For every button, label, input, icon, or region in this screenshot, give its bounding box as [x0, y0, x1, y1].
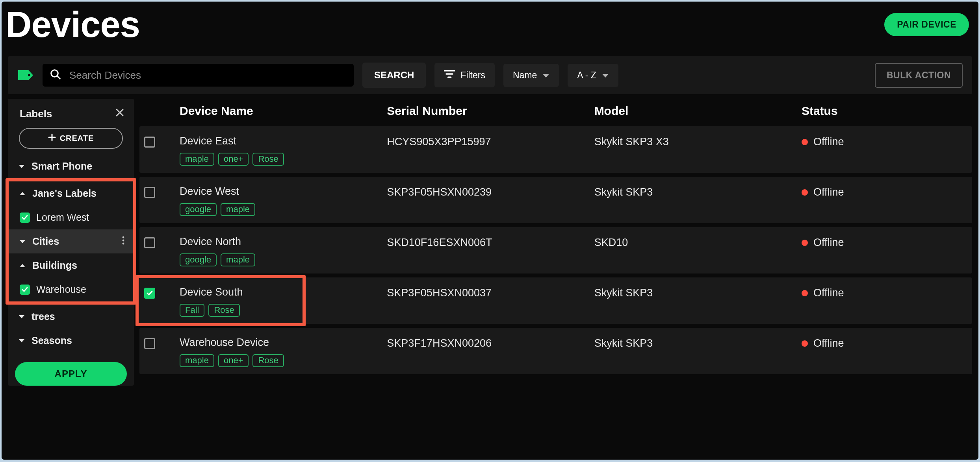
- model: Skykit SKP3 X3: [594, 135, 802, 148]
- chevron-down-icon: [18, 315, 25, 319]
- status-dot-icon: [802, 139, 808, 145]
- label-group-name: Seasons: [32, 335, 72, 346]
- table-header: Device Name Serial Number Model Status: [139, 99, 972, 126]
- model: Skykit SKP3: [594, 336, 802, 349]
- status-text: Offline: [813, 287, 844, 299]
- table-row[interactable]: Device WestgooglemapleSKP3F05HSXN00239Sk…: [139, 177, 972, 223]
- svg-point-8: [122, 243, 124, 245]
- device-tag[interactable]: one+: [218, 153, 249, 166]
- status-dot-icon: [802, 189, 808, 196]
- device-tag[interactable]: Rose: [252, 354, 284, 367]
- label-group-smart-phone[interactable]: Smart Phone: [8, 154, 134, 178]
- status-text: Offline: [813, 237, 844, 249]
- table-body: Device Eastmapleone+RoseHCYS905X3PP15997…: [139, 126, 972, 374]
- checkbox-checked-icon[interactable]: [20, 213, 30, 223]
- status: Offline: [802, 135, 967, 148]
- label-group-name: Jane's Labels: [32, 188, 97, 199]
- serial-number: SKP3F05HSXN00239: [387, 185, 594, 198]
- serial-number: SKP3F17HSXN00206: [387, 336, 594, 349]
- label-group-janes-labels[interactable]: Jane's Labels: [9, 181, 133, 205]
- row-checkbox[interactable]: [144, 187, 155, 198]
- filters-icon: [444, 69, 455, 81]
- label-item-name: Lorem West: [36, 212, 89, 223]
- chevron-up-icon: [19, 192, 26, 196]
- svg-point-0: [28, 74, 30, 76]
- device-tag[interactable]: Rose: [208, 304, 239, 317]
- device-tag[interactable]: one+: [218, 354, 249, 367]
- bulk-action-button[interactable]: BULK ACTION: [875, 63, 963, 88]
- status-text: Offline: [813, 136, 844, 148]
- label-group-name: Smart Phone: [32, 161, 92, 172]
- table-row[interactable]: Warehouse Devicemapleone+RoseSKP3F17HSXN…: [139, 328, 972, 374]
- search-input[interactable]: [69, 69, 347, 82]
- sidebar-header: Labels: [8, 99, 134, 126]
- label-group-name: trees: [32, 311, 55, 322]
- label-group-cities[interactable]: Cities: [9, 229, 133, 253]
- label-item-warehouse[interactable]: Warehouse: [9, 277, 133, 301]
- col-serial-number[interactable]: Serial Number: [387, 104, 594, 118]
- create-label-button[interactable]: CREATE: [19, 128, 123, 149]
- labels-sidebar: Labels CREATE Smart Phone Jan: [8, 99, 134, 386]
- search-button[interactable]: SEARCH: [362, 63, 426, 88]
- kebab-menu-icon[interactable]: [122, 236, 128, 247]
- chevron-down-icon: [542, 70, 549, 81]
- device-tag[interactable]: maple: [221, 203, 255, 216]
- serial-number: SKP3F05HSXN00037: [387, 286, 594, 299]
- filters-label: Filters: [460, 70, 485, 81]
- row-checkbox[interactable]: [144, 338, 155, 349]
- device-tag[interactable]: maple: [180, 354, 214, 367]
- label-group-name: Buildings: [32, 260, 77, 271]
- table-row[interactable]: Device NorthgooglemapleSKD10F16ESXN006TS…: [139, 227, 972, 274]
- device-tag[interactable]: maple: [221, 253, 255, 266]
- status-dot-icon: [802, 240, 808, 246]
- row-checkbox[interactable]: [144, 137, 155, 148]
- svg-point-7: [122, 240, 124, 242]
- row-checkbox[interactable]: [144, 237, 155, 248]
- checkbox-checked-icon[interactable]: [20, 285, 30, 295]
- device-tag[interactable]: google: [180, 203, 217, 216]
- device-tag[interactable]: google: [180, 253, 217, 266]
- label-group-buildings[interactable]: Buildings: [9, 253, 133, 277]
- status: Offline: [802, 185, 967, 198]
- status: Offline: [802, 236, 967, 249]
- status-text: Offline: [813, 337, 844, 349]
- sort-order-dropdown[interactable]: A - Z: [568, 64, 618, 87]
- app-frame: Devices PAIR DEVICE SEARCH Filters: [2, 2, 978, 460]
- search-box[interactable]: [43, 64, 354, 87]
- top-bar: Devices PAIR DEVICE: [2, 2, 978, 48]
- chevron-down-icon: [602, 70, 609, 81]
- model: Skykit SKP3: [594, 286, 802, 299]
- label-group-seasons[interactable]: Seasons: [8, 329, 134, 353]
- pair-device-button[interactable]: PAIR DEVICE: [884, 13, 969, 36]
- device-name: Device South: [180, 286, 387, 298]
- toolbar: SEARCH Filters Name A - Z BULK A: [8, 56, 972, 94]
- close-icon[interactable]: [115, 107, 124, 120]
- col-device-name[interactable]: Device Name: [180, 104, 387, 118]
- status: Offline: [802, 286, 967, 299]
- sort-field-label: Name: [513, 70, 537, 81]
- sidebar-highlight: Jane's Labels Lorem West Cities: [6, 178, 136, 305]
- plus-icon: [48, 133, 56, 143]
- device-tag[interactable]: maple: [180, 153, 214, 166]
- sort-field-dropdown[interactable]: Name: [503, 64, 559, 87]
- col-status[interactable]: Status: [802, 104, 967, 118]
- chevron-down-icon: [19, 240, 26, 244]
- row-checkbox[interactable]: [144, 288, 155, 299]
- status-text: Offline: [813, 186, 844, 198]
- labels-tag-icon[interactable]: [17, 68, 34, 82]
- label-group-trees[interactable]: trees: [8, 305, 134, 329]
- table-row[interactable]: Device SouthFallRoseSKP3F05HSXN00037Skyk…: [139, 277, 972, 324]
- table-row[interactable]: Device Eastmapleone+RoseHCYS905X3PP15997…: [139, 126, 972, 173]
- svg-point-6: [122, 237, 124, 238]
- model: Skykit SKP3: [594, 185, 802, 198]
- device-tag[interactable]: Rose: [252, 153, 284, 166]
- status-dot-icon: [802, 340, 808, 347]
- device-name: Device West: [180, 185, 387, 198]
- filters-button[interactable]: Filters: [434, 63, 495, 87]
- device-tag[interactable]: Fall: [180, 304, 204, 317]
- col-model[interactable]: Model: [594, 104, 802, 118]
- label-item-lorem-west[interactable]: Lorem West: [9, 205, 133, 229]
- apply-button[interactable]: APPLY: [15, 362, 127, 386]
- model: SKD10: [594, 236, 802, 249]
- page-title: Devices: [6, 5, 140, 44]
